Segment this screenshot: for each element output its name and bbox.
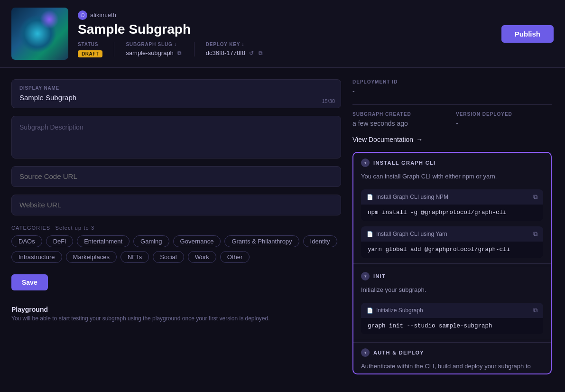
- install-cli-title: INSTALL GRAPH CLI: [373, 160, 435, 166]
- auth-deploy-header[interactable]: ▾ AUTH & DEPLOY: [353, 343, 551, 363]
- init-command-group: 📄 Initialize Subgraph ⧉ graph init --stu…: [361, 303, 543, 334]
- header-info: ⬡ alikim.eth Sample Subgraph STATUS DRAF…: [78, 10, 492, 57]
- category-tag[interactable]: Social: [153, 251, 184, 263]
- yarn-command-group: 📄 Install Graph CLI using Yarn ⧉ yarn gl…: [361, 226, 543, 258]
- npm-code: npm install -g @graphprotocol/graph-cli: [361, 205, 543, 221]
- account-row: ⬡ alikim.eth: [78, 10, 492, 20]
- subgraph-created-value: a few seconds ago: [352, 120, 448, 127]
- subgraph-created-section: SUBGRAPH CREATED a few seconds ago: [352, 112, 448, 127]
- publish-button[interactable]: Publish: [501, 25, 554, 43]
- init-copy-button[interactable]: ⧉: [533, 307, 537, 314]
- version-deployed-value: -: [456, 120, 552, 127]
- auth-chevron-icon: ▾: [361, 348, 370, 357]
- category-tag[interactable]: Marketplaces: [66, 251, 117, 263]
- yarn-command-label: Install Graph CLI using Yarn: [376, 231, 447, 237]
- init-cli-description: Initialize your subgraph.: [353, 286, 551, 299]
- copy-slug-button[interactable]: ⧉: [176, 49, 183, 57]
- npm-command-header: 📄 Install Graph CLI using NPM ⧉: [361, 189, 543, 205]
- install-cli-header[interactable]: ▾ INSTALL GRAPH CLI: [353, 153, 551, 173]
- yarn-code: yarn global add @graphprotocol/graph-cli: [361, 242, 543, 258]
- cli-divider-1: [353, 263, 551, 264]
- category-tag[interactable]: Infrastructure: [11, 251, 62, 263]
- website-url-input[interactable]: [19, 201, 333, 209]
- npm-label-row: 📄 Install Graph CLI using NPM: [367, 194, 448, 200]
- header: ⬡ alikim.eth Sample Subgraph STATUS DRAF…: [0, 0, 565, 68]
- subgraph-image: [11, 8, 68, 60]
- init-command-header: 📄 Initialize Subgraph ⧉: [361, 303, 543, 318]
- init-label-row: 📄 Initialize Subgraph: [367, 307, 423, 314]
- source-code-url-field: [11, 166, 341, 187]
- meta-row: STATUS DRAFT SUBGRAPH SLUG ↓ sample-subg…: [78, 42, 492, 57]
- playground-section: Playground You will be able to start tes…: [11, 306, 341, 322]
- subgraph-created-label: SUBGRAPH CREATED: [352, 112, 448, 117]
- install-chevron-icon: ▾: [361, 159, 370, 167]
- cli-section: ▾ INSTALL GRAPH CLI You can install Grap…: [352, 152, 552, 374]
- slug-value: sample-subgraph ⧉: [126, 49, 182, 57]
- init-cli-block: ▾ INIT Initialize your subgraph. 📄 Initi…: [353, 266, 551, 334]
- deploy-key-label: DEPLOY KEY ↓: [206, 42, 264, 47]
- category-tag[interactable]: DeFi: [46, 235, 73, 247]
- category-tag[interactable]: NFTs: [120, 251, 149, 263]
- install-cli-block: ▾ INSTALL GRAPH CLI You can install Grap…: [353, 153, 551, 258]
- npm-copy-button[interactable]: ⧉: [533, 193, 537, 201]
- copy-deploy-key-button[interactable]: ⧉: [258, 49, 264, 57]
- init-code: graph init --studio sample-subgraph: [361, 318, 543, 334]
- yarn-file-icon: 📄: [367, 231, 373, 237]
- npm-command-label: Install Graph CLI using NPM: [376, 194, 448, 200]
- init-cli-title: INIT: [373, 273, 386, 279]
- playground-title: Playground: [11, 306, 341, 313]
- category-tag[interactable]: Grants & Philanthropy: [224, 235, 299, 247]
- cli-divider-2: [353, 340, 551, 340]
- yarn-copy-button[interactable]: ⧉: [533, 230, 537, 238]
- display-name-counter: 15/30: [322, 98, 335, 104]
- save-button[interactable]: Save: [11, 274, 48, 290]
- version-deployed-section: VERSION DEPLOYED -: [456, 112, 552, 127]
- category-tag[interactable]: Governance: [173, 235, 221, 247]
- category-tag[interactable]: Entertainment: [77, 235, 130, 247]
- install-cli-description: You can install Graph CLI with either np…: [353, 173, 551, 186]
- source-code-url-input[interactable]: [19, 172, 333, 180]
- category-tag[interactable]: DAOs: [11, 235, 42, 247]
- deploy-key-section: DEPLOY KEY ↓ dc36f8-1778f8 ↺ ⧉: [206, 42, 264, 57]
- init-cli-header[interactable]: ▾ INIT: [353, 266, 551, 286]
- refresh-deploy-key-button[interactable]: ↺: [248, 49, 255, 57]
- status-badge: DRAFT: [78, 50, 102, 57]
- slug-section: SUBGRAPH SLUG ↓ sample-subgraph ⧉: [126, 42, 182, 57]
- arrow-icon: →: [416, 136, 423, 143]
- auth-deploy-description: Authenticate within the CLI, build and d…: [353, 363, 551, 373]
- divider-2: [194, 42, 195, 56]
- category-tag[interactable]: Work: [188, 251, 216, 263]
- category-tag[interactable]: Identity: [303, 235, 337, 247]
- deployment-info: DEPLOYMENT ID -: [352, 79, 552, 95]
- account-name: alikim.eth: [90, 11, 116, 19]
- display-name-label: DISPLAY NAME: [19, 85, 333, 91]
- category-tag[interactable]: Gaming: [133, 235, 169, 247]
- right-panel: DEPLOYMENT ID - SUBGRAPH CREATED a few s…: [352, 79, 552, 374]
- subgraph-title: Sample Subgraph: [78, 22, 492, 37]
- left-panel: DISPLAY NAME 15/30 Subgraph Description …: [11, 79, 341, 374]
- account-icon: ⬡: [78, 10, 87, 20]
- display-name-field: DISPLAY NAME 15/30: [11, 79, 341, 108]
- init-file-icon: 📄: [367, 308, 373, 314]
- categories-section: CATEGORIES Select up to 3 DAOsDeFiEntert…: [11, 225, 341, 267]
- playground-description: You will be able to start testing your s…: [11, 315, 341, 322]
- main-content: DISPLAY NAME 15/30 Subgraph Description …: [0, 68, 565, 386]
- deploy-key-value: dc36f8-1778f8 ↺ ⧉: [206, 49, 264, 57]
- status-section: STATUS DRAFT: [78, 42, 102, 57]
- tags-row-1: DAOsDeFiEntertainmentGamingGovernanceGra…: [11, 235, 341, 263]
- init-command-label: Initialize Subgraph: [376, 307, 423, 314]
- deployment-id-label: DEPLOYMENT ID: [352, 79, 552, 84]
- status-label: STATUS: [78, 42, 102, 47]
- divider-1: [114, 42, 114, 56]
- website-url-field: [11, 195, 341, 215]
- auth-deploy-title: AUTH & DEPLOY: [373, 350, 424, 355]
- view-documentation-link[interactable]: View Documentation →: [352, 136, 552, 143]
- slug-label: SUBGRAPH SLUG ↓: [126, 42, 182, 47]
- description-field[interactable]: Subgraph Description: [11, 116, 341, 159]
- yarn-label-row: 📄 Install Graph CLI using Yarn: [367, 231, 447, 237]
- display-name-input[interactable]: [19, 93, 333, 102]
- auth-deploy-block: ▾ AUTH & DEPLOY Authenticate within the …: [353, 342, 551, 373]
- categories-title: CATEGORIES Select up to 3: [11, 225, 341, 231]
- deployment-id-value: -: [352, 87, 552, 95]
- category-tag[interactable]: Other: [220, 251, 250, 263]
